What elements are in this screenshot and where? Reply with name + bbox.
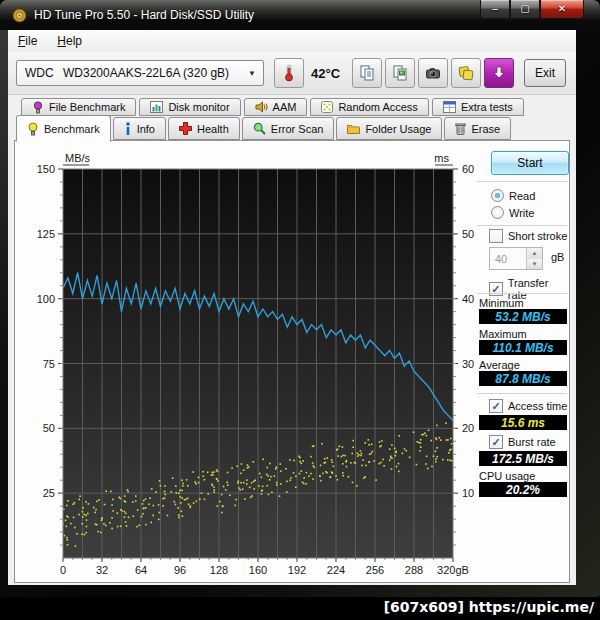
toolbar: WDC WD3200AAKS-22L6A (320 gB) ▼ 42°C xyxy=(8,52,576,95)
tab-folder-usage[interactable]: Folder Usage xyxy=(336,117,442,140)
spin-down-icon[interactable]: ▼ xyxy=(527,259,542,270)
access-time-point xyxy=(73,517,75,519)
access-time-point xyxy=(302,460,304,462)
access-time-point xyxy=(175,492,177,494)
access-time-point xyxy=(120,509,122,511)
tab-aam[interactable]: AAM xyxy=(244,98,308,116)
access-time-point xyxy=(158,519,160,521)
access-time-point xyxy=(271,492,273,494)
temperature-button[interactable] xyxy=(274,58,304,88)
access-time-point xyxy=(207,493,209,495)
access-time-point xyxy=(451,443,453,445)
access-time-point xyxy=(202,471,204,473)
access-time-point xyxy=(267,467,269,469)
access-time-point xyxy=(259,473,261,475)
short-stroke-checkbox[interactable] xyxy=(489,229,503,243)
access-time-point xyxy=(148,503,150,505)
access-time-point xyxy=(378,463,380,465)
access-time-point xyxy=(223,486,225,488)
access-time-point xyxy=(267,485,269,487)
save-button[interactable] xyxy=(451,58,481,88)
access-time-point xyxy=(261,493,263,495)
access-time-point xyxy=(424,432,426,434)
access-time-point xyxy=(247,464,249,466)
copy-text-button[interactable] xyxy=(352,58,382,88)
access-time-point xyxy=(160,485,162,487)
dice-icon xyxy=(321,101,333,113)
access-time-point xyxy=(436,425,438,427)
tab-error-scan[interactable]: Error Scan xyxy=(242,117,335,140)
maximize-button[interactable]: ▢ xyxy=(510,0,540,19)
menu-file[interactable]: File xyxy=(18,34,37,48)
access-time-point xyxy=(82,516,84,518)
short-stroke-row[interactable]: Short stroke xyxy=(489,229,567,243)
close-button[interactable]: ✕ xyxy=(540,0,584,19)
drive-select[interactable]: WDC WD3200AAKS-22L6A (320 gB) ▼ xyxy=(16,60,264,86)
access-time-point xyxy=(279,463,281,465)
access-time-point xyxy=(88,503,90,505)
spinner-arrows[interactable]: ▲▼ xyxy=(526,248,542,269)
access-time-point xyxy=(348,476,350,478)
write-radio[interactable] xyxy=(491,206,504,219)
tab-disk-monitor[interactable]: Disk monitor xyxy=(139,98,240,116)
tab-random-access[interactable]: Random Access xyxy=(310,98,428,116)
access-time-point xyxy=(448,452,450,454)
axis-tick-label: 20 xyxy=(462,422,474,434)
access-time-point xyxy=(79,495,81,497)
access-time-point xyxy=(346,466,348,468)
access-time-point xyxy=(238,487,240,489)
menu-help[interactable]: Help xyxy=(57,34,82,48)
access-time-point xyxy=(251,482,253,484)
access-time-point xyxy=(275,468,277,470)
access-time-point xyxy=(406,450,408,452)
access-time-point xyxy=(285,468,287,470)
access-time-point xyxy=(195,483,197,485)
short-stroke-spinner[interactable]: 40 ▲▼ xyxy=(489,247,543,270)
access-time-point xyxy=(214,489,216,491)
access-time-point xyxy=(402,453,404,455)
tab-label: File Benchmark xyxy=(49,101,125,113)
tab-label: Benchmark xyxy=(44,123,100,135)
tab-benchmark[interactable]: Benchmark xyxy=(16,115,111,142)
download-results-button[interactable] xyxy=(484,58,514,88)
write-radio-row[interactable]: Write xyxy=(491,206,534,219)
access-time-point xyxy=(204,499,206,501)
read-radio[interactable] xyxy=(491,189,504,202)
access-time-point xyxy=(235,499,237,501)
access-time-point xyxy=(105,525,107,527)
tab-health[interactable]: Health xyxy=(168,117,240,140)
tab-extra-tests[interactable]: Extra tests xyxy=(432,98,524,116)
access-time-point xyxy=(186,479,188,481)
tab-erase[interactable]: Erase xyxy=(444,117,511,140)
copy-image-button[interactable] xyxy=(385,58,415,88)
exit-button[interactable]: Exit xyxy=(524,59,566,87)
burst-rate-checkbox[interactable]: ✓ xyxy=(489,435,503,449)
access-time-point xyxy=(174,501,176,503)
copy-text-icon xyxy=(358,64,376,82)
access-time-row[interactable]: ✓ Access time xyxy=(489,399,567,413)
minimize-button[interactable]: – xyxy=(480,0,510,19)
access-time-point xyxy=(117,526,119,528)
read-radio-row[interactable]: Read xyxy=(491,189,535,202)
access-time-point xyxy=(337,479,339,481)
access-time-point xyxy=(125,521,127,523)
tab-file-benchmark[interactable]: File Benchmark xyxy=(21,98,136,116)
access-time-point xyxy=(175,485,177,487)
access-time-point xyxy=(193,502,195,504)
access-time-checkbox[interactable]: ✓ xyxy=(489,399,503,413)
minimum-label: Minimum xyxy=(479,297,524,309)
access-time-point xyxy=(436,439,438,441)
screenshot-button[interactable] xyxy=(418,58,448,88)
maximum-value: 110.1 MB/s xyxy=(479,340,567,355)
access-time-point xyxy=(96,524,98,526)
tab-info[interactable]: Info xyxy=(113,117,166,140)
access-time-point xyxy=(342,472,344,474)
access-time-point xyxy=(204,479,206,481)
access-time-point xyxy=(371,444,373,446)
maximum-label: Maximum xyxy=(479,328,527,340)
axis-tick-label: 192 xyxy=(288,564,306,576)
spin-up-icon[interactable]: ▲ xyxy=(527,248,542,259)
axis-tick-label: 60 xyxy=(462,163,474,175)
burst-rate-row[interactable]: ✓ Burst rate xyxy=(489,435,556,449)
start-button[interactable]: Start xyxy=(491,151,569,175)
